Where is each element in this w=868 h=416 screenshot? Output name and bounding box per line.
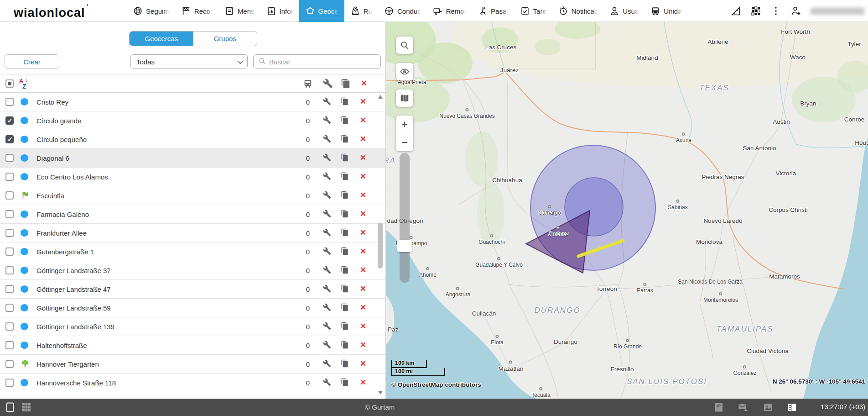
geofence-row-hannover-tiergarten[interactable]: Hannover Tiergarten0✕ — [0, 355, 385, 374]
properties-wrench-icon[interactable] — [323, 97, 332, 106]
delete-x-icon[interactable]: ✕ — [359, 228, 367, 237]
row-checkbox[interactable] — [5, 116, 14, 125]
delete-x-icon[interactable]: ✕ — [359, 284, 367, 294]
search-input[interactable] — [269, 58, 376, 66]
map-search-button[interactable] — [396, 37, 413, 54]
properties-wrench-icon[interactable] — [323, 284, 332, 294]
nav-item-conduc[interactable]: Conduc — [378, 0, 427, 22]
delete-x-icon[interactable]: ✕ — [359, 322, 367, 331]
delete-x-icon[interactable]: ✕ — [359, 378, 367, 387]
zoom-in-button[interactable]: + — [396, 116, 413, 133]
nav-item-tare[interactable]: Tare — [514, 0, 552, 22]
nav-item-mens[interactable]: Mens — [218, 0, 260, 22]
nav-item-geoce[interactable]: Geoce — [299, 0, 344, 22]
row-checkbox[interactable] — [5, 285, 14, 293]
geofence-row-haltenhoffstra-e[interactable]: Haltenhoffstraße0✕ — [0, 336, 385, 355]
row-checkbox[interactable] — [5, 247, 14, 256]
delete-x-icon[interactable]: ✕ — [359, 266, 367, 275]
copy-icon[interactable] — [341, 116, 350, 125]
geofence-row-cristo-rey[interactable]: Cristo Rey0✕ — [0, 93, 385, 111]
geofence-row-g-ttinger-landstra-e-139[interactable]: Göttinger Landstraße 1390✕ — [0, 317, 385, 336]
geofence-row-hannoversche-stra-e-118[interactable]: Hannoversche Straße 1180✕ — [0, 374, 385, 392]
delete-x-icon[interactable]: ✕ — [359, 247, 367, 256]
copy-icon[interactable] — [341, 247, 350, 256]
copy-icon[interactable] — [341, 210, 350, 219]
geofence-row-g-ttinger-landstra-e-59[interactable]: Göttinger Landstraße 590✕ — [0, 299, 385, 317]
map-canvas[interactable]: Las CrucesAbileneFort WorthTylerWacoMidl… — [386, 22, 868, 399]
row-checkbox[interactable] — [5, 379, 14, 387]
copy-icon[interactable] — [341, 359, 350, 369]
toggle-panel-icon[interactable] — [5, 402, 16, 413]
row-checkbox[interactable] — [5, 266, 14, 274]
geofence-row-eco-centro-los-alamos[interactable]: Eco Centro Los Alamos0✕ — [0, 168, 385, 186]
delete-x-icon[interactable]: ✕ — [359, 172, 367, 181]
properties-wrench-icon[interactable] — [323, 172, 332, 181]
geofence-filter-select[interactable]: Todas — [130, 54, 248, 69]
row-checkbox[interactable] — [5, 304, 14, 312]
row-checkbox[interactable] — [5, 191, 14, 200]
delete-x-icon[interactable]: ✕ — [359, 303, 367, 312]
properties-wrench-icon[interactable] — [323, 341, 332, 350]
units-column-icon[interactable] — [303, 79, 313, 89]
geofence-row-c-rculo-grande[interactable]: Círculo grande0✕ — [0, 111, 385, 130]
row-checkbox[interactable] — [5, 360, 14, 368]
delete-x-icon[interactable]: ✕ — [359, 359, 367, 369]
delete-x-icon[interactable]: ✕ — [359, 135, 367, 144]
nav-item-notificac[interactable]: Notificac — [552, 0, 604, 22]
delete-x-icon[interactable]: ✕ — [359, 116, 367, 125]
row-checkbox[interactable] — [5, 229, 14, 237]
properties-wrench-icon[interactable] — [323, 303, 332, 312]
zoom-out-button[interactable]: − — [396, 133, 413, 151]
geofence-row-frankfurter-allee[interactable]: Frankfurter Allee0✕ — [0, 224, 385, 242]
row-checkbox[interactable] — [5, 210, 14, 218]
map-layers-button[interactable] — [396, 90, 413, 107]
scrollbar-thumb[interactable] — [378, 223, 383, 269]
scroll-down-arrow-icon[interactable] — [378, 391, 383, 395]
log-icon[interactable] — [713, 402, 724, 413]
delete-x-icon[interactable]: ✕ — [359, 191, 367, 200]
delete-x-icon[interactable]: ✕ — [359, 153, 367, 163]
nav-item-pasaj[interactable]: Pasaj — [472, 0, 514, 22]
layout-icon[interactable] — [786, 402, 797, 413]
copy-icon[interactable] — [341, 191, 350, 200]
zoom-slider-handle[interactable] — [397, 240, 412, 252]
properties-wrench-icon[interactable] — [323, 116, 332, 125]
delete-x-icon[interactable]: ✕ — [359, 210, 367, 219]
copy-icon[interactable] — [341, 284, 350, 294]
geofence-row-escuintla[interactable]: Escuintla0✕ — [0, 186, 385, 205]
nav-item-unida[interactable]: Unida — [645, 0, 687, 22]
username-blurred[interactable] — [811, 8, 864, 15]
kebab-menu-icon[interactable] — [770, 5, 781, 16]
nav-item-ru[interactable]: Ru — [344, 0, 378, 22]
row-checkbox[interactable] — [5, 135, 14, 143]
nav-item-remol[interactable]: Remol — [427, 0, 472, 22]
properties-wrench-icon[interactable] — [323, 359, 332, 369]
delete-x-icon[interactable]: ✕ — [359, 97, 367, 106]
user-session-icon[interactable] — [790, 5, 801, 16]
geofence-row-gutenbergstra-e-1[interactable]: Gutenbergstraße 10✕ — [0, 242, 385, 261]
scroll-up-arrow-icon[interactable] — [378, 95, 383, 99]
copy-icon[interactable] — [341, 97, 350, 106]
tab-geocercas[interactable]: Geocercas — [130, 32, 193, 46]
row-checkbox[interactable] — [5, 98, 14, 106]
copy-icon[interactable] — [341, 303, 350, 312]
properties-wrench-icon[interactable] — [323, 247, 332, 256]
modules-grid-icon[interactable] — [21, 402, 32, 413]
copy-icon[interactable] — [341, 322, 350, 331]
nav-item-usua[interactable]: Usua — [603, 0, 645, 22]
geofence-row-c-rculo-peque-o[interactable]: Círculo pequeño0✕ — [0, 130, 385, 149]
geofence-row-diagonal-6[interactable]: Diagonal 60✕ — [0, 149, 385, 168]
row-checkbox[interactable] — [5, 341, 14, 349]
copy-icon[interactable] — [341, 378, 350, 387]
sort-az-icon[interactable]: A↓Z — [19, 78, 33, 90]
media-icon[interactable] — [763, 402, 774, 413]
copy-icon[interactable] — [341, 153, 350, 163]
properties-wrench-icon[interactable] — [323, 228, 332, 237]
measure-ruler-icon[interactable] — [730, 5, 741, 16]
row-checkbox[interactable] — [5, 322, 14, 331]
properties-wrench-icon[interactable] — [323, 79, 333, 89]
row-checkbox[interactable] — [5, 154, 14, 162]
geofence-row-farmacia-galeno[interactable]: Farmacia Galeno0✕ — [0, 205, 385, 224]
delete-x-icon[interactable]: ✕ — [359, 341, 367, 350]
tab-grupos[interactable]: Grupos — [193, 32, 257, 46]
